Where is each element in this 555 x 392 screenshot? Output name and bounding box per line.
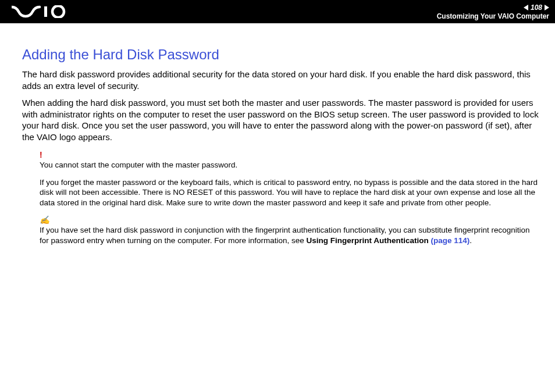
warning-text-2: If you forget the master password or the… bbox=[40, 177, 539, 208]
tip-icon: ✍ bbox=[40, 216, 539, 224]
intro-paragraph-1: The hard disk password provides addition… bbox=[22, 69, 539, 91]
tip-block: ✍ If you have set the hard disk password… bbox=[22, 216, 539, 245]
page-content: Adding the Hard Disk Password The hard d… bbox=[0, 23, 555, 245]
vaio-logo-icon bbox=[12, 5, 76, 18]
tip-text: If you have set the hard disk password i… bbox=[40, 225, 539, 245]
tip-link-page[interactable]: (page 114) bbox=[431, 236, 469, 245]
page-title: Adding the Hard Disk Password bbox=[22, 47, 539, 63]
tip-suffix: . bbox=[469, 236, 472, 245]
warning-block: ! You cannot start the computer with the… bbox=[22, 151, 539, 208]
svg-rect-0 bbox=[44, 6, 47, 17]
header-right: 108 Customizing Your VAIO Computer bbox=[437, 3, 549, 20]
intro-paragraph-2: When adding the hard disk password, you … bbox=[22, 97, 539, 142]
page-nav: 108 bbox=[524, 3, 549, 12]
warning-icon: ! bbox=[40, 151, 539, 159]
svg-point-1 bbox=[52, 6, 64, 17]
header-bar: 108 Customizing Your VAIO Computer bbox=[0, 0, 555, 23]
vaio-logo bbox=[12, 5, 76, 18]
next-page-icon[interactable] bbox=[545, 5, 549, 10]
tip-link-title: Using Fingerprint Authentication bbox=[306, 236, 431, 245]
page-number: 108 bbox=[531, 3, 542, 12]
warning-text-1: You cannot start the computer with the m… bbox=[40, 160, 539, 170]
prev-page-icon[interactable] bbox=[524, 5, 528, 10]
section-label: Customizing Your VAIO Computer bbox=[437, 12, 549, 20]
